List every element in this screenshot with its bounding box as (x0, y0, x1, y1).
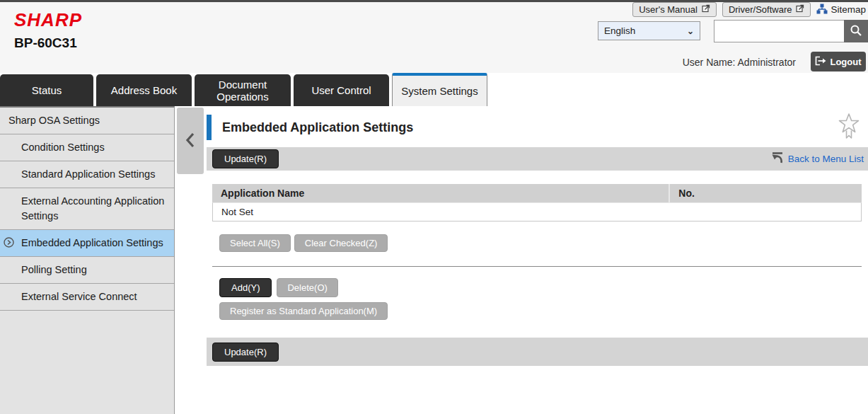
sitemap-link[interactable]: Sitemap (816, 4, 866, 16)
favorite-star-icon[interactable] (838, 113, 860, 144)
column-header-no: No. (669, 184, 862, 202)
page-title: Embedded Application Settings (222, 120, 413, 135)
cell-no (669, 203, 861, 221)
sidebar-item-embedded-application-settings[interactable]: Embedded Application Settings (0, 230, 174, 257)
top-toolbar: Update(R) Back to Menu List (207, 147, 868, 171)
register-button-row: Register as Standard Application(M) (219, 302, 868, 320)
clear-checked-button[interactable]: Clear Checked(Z) (294, 234, 388, 252)
chevron-left-icon (184, 131, 197, 151)
tab-status[interactable]: Status (0, 74, 93, 106)
return-arrow-icon (770, 151, 785, 167)
cell-application-name: Not Set (213, 203, 669, 221)
sitemap-icon (816, 4, 828, 16)
column-header-application-name: Application Name (212, 184, 669, 202)
add-delete-button-row: Add(Y) Delete(O) (219, 278, 868, 297)
sidebar-item-sharp-osa-settings[interactable]: Sharp OSA Settings (0, 108, 174, 134)
main-panel: Embedded Application Settings Update(R) … (207, 106, 868, 414)
search-icon (850, 24, 862, 39)
sidebar-item-polling-setting[interactable]: Polling Setting (0, 257, 174, 284)
tab-document-operations[interactable]: Document Operations (195, 74, 291, 106)
driver-software-label: Driver/Software (729, 4, 792, 15)
search-input[interactable] (714, 20, 844, 42)
tab-address-book[interactable]: Address Book (96, 74, 192, 106)
back-to-menu-link[interactable]: Back to Menu List (770, 151, 864, 167)
title-accent-bar (207, 115, 212, 140)
driver-software-button[interactable]: Driver/Software (722, 2, 811, 17)
users-manual-button[interactable]: User's Manual (632, 2, 717, 17)
add-button[interactable]: Add(Y) (219, 278, 272, 297)
sitemap-label: Sitemap (831, 4, 866, 15)
bottom-toolbar: Update(R) (207, 338, 868, 366)
logout-icon (815, 56, 826, 68)
language-select-value: English (604, 25, 635, 36)
user-name-label: User Name: Administrator (683, 57, 796, 68)
register-standard-application-button[interactable]: Register as Standard Application(M) (219, 302, 388, 320)
sidebar-collapse-button[interactable] (177, 108, 204, 174)
circle-chevron-right-icon (4, 237, 14, 248)
users-manual-label: User's Manual (639, 4, 698, 15)
page-title-row: Embedded Application Settings (207, 115, 868, 140)
page: SHARP BP-60C31 User's Manual Driver/Soft… (0, 0, 868, 414)
delete-button[interactable]: Delete(O) (277, 278, 337, 297)
sidebar: Sharp OSA Settings Condition Settings St… (0, 106, 175, 414)
logout-label: Logout (830, 57, 861, 67)
update-button-top[interactable]: Update(R) (212, 149, 279, 168)
external-link-icon (702, 4, 710, 15)
sidebar-item-condition-settings[interactable]: Condition Settings (0, 134, 174, 161)
tab-user-control[interactable]: User Control (294, 74, 389, 106)
sidebar-gap (175, 106, 207, 414)
language-select[interactable]: English ⌄ (598, 21, 700, 40)
horizontal-divider (212, 266, 862, 267)
update-button-bottom[interactable]: Update(R) (212, 343, 279, 362)
tab-system-settings[interactable]: System Settings (392, 73, 487, 106)
main-tab-bar: Status Address Book Document Operations … (0, 73, 868, 106)
table-row: Not Set (212, 202, 862, 222)
model-name: BP-60C31 (14, 35, 77, 51)
sidebar-item-label: Embedded Application Settings (21, 237, 163, 248)
sidebar-item-external-service-connect[interactable]: External Service Connect (0, 284, 174, 311)
chevron-down-icon: ⌄ (687, 26, 694, 36)
sharp-logo: SHARP (14, 9, 82, 31)
external-link-icon (796, 4, 804, 15)
back-to-menu-label: Back to Menu List (788, 154, 864, 164)
header: SHARP BP-60C31 User's Manual Driver/Soft… (0, 0, 868, 73)
header-links: User's Manual Driver/Software Sitemap (632, 2, 866, 17)
sidebar-item-standard-application-settings[interactable]: Standard Application Settings (0, 161, 174, 188)
select-all-button[interactable]: Select All(S) (219, 234, 291, 252)
application-table: Application Name No. Not Set (212, 184, 862, 222)
selection-button-row: Select All(S) Clear Checked(Z) (219, 234, 868, 252)
table-header-row: Application Name No. (212, 184, 862, 202)
search-button[interactable] (844, 20, 868, 42)
logout-button[interactable]: Logout (811, 52, 866, 71)
sidebar-item-external-accounting-application-settings[interactable]: External Accounting Application Settings (0, 188, 174, 230)
content-area: Sharp OSA Settings Condition Settings St… (0, 106, 868, 414)
